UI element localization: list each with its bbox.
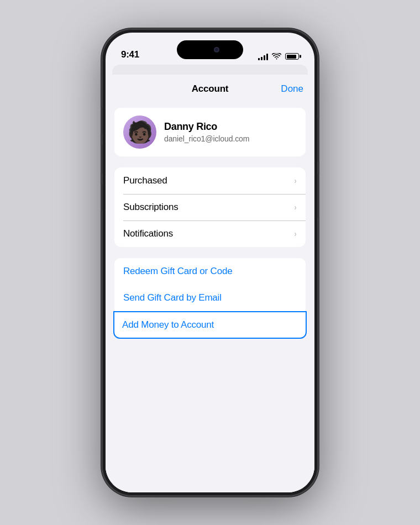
done-button[interactable]: Done xyxy=(281,83,303,95)
settings-item-subscriptions-label: Subscriptions xyxy=(123,202,178,213)
action-item-add-money-label: Add Money to Account xyxy=(122,319,214,330)
action-item-redeem[interactable]: Redeem Gift Card or Code xyxy=(114,258,306,285)
phone-screen: 9:41 xyxy=(106,33,314,492)
wifi-icon xyxy=(272,53,281,60)
dynamic-island xyxy=(177,40,243,59)
phone-frame: 9:41 xyxy=(102,29,318,496)
settings-item-purchased[interactable]: Purchased › xyxy=(114,167,306,194)
status-icons xyxy=(258,53,299,60)
chevron-icon: › xyxy=(294,176,297,185)
status-time: 9:41 xyxy=(121,49,139,60)
avatar: 🧑🏿 xyxy=(123,116,156,149)
chevron-icon: › xyxy=(294,203,297,212)
settings-item-subscriptions[interactable]: Subscriptions › xyxy=(114,194,306,221)
settings-item-notifications-label: Notifications xyxy=(123,228,173,239)
profile-name: Danny Rico xyxy=(164,121,249,133)
page-title: Account xyxy=(192,83,229,95)
modal-content: Account Done 🧑🏿 Danny Rico daniel_rico1@… xyxy=(106,75,314,492)
profile-card[interactable]: 🧑🏿 Danny Rico daniel_rico1@icloud.com xyxy=(114,108,306,156)
settings-item-purchased-label: Purchased xyxy=(123,175,167,186)
settings-group: Purchased › Subscriptions › Notification… xyxy=(114,167,306,247)
signal-icon xyxy=(258,53,268,60)
chevron-icon: › xyxy=(294,229,297,238)
action-item-redeem-label: Redeem Gift Card or Code xyxy=(123,266,232,277)
action-item-send-gift[interactable]: Send Gift Card by Email xyxy=(114,285,306,311)
settings-item-notifications[interactable]: Notifications › xyxy=(114,221,306,247)
action-item-send-gift-label: Send Gift Card by Email xyxy=(123,292,222,303)
profile-email: daniel_rico1@icloud.com xyxy=(164,134,249,143)
camera-dot xyxy=(214,47,219,53)
action-item-add-money[interactable]: Add Money to Account xyxy=(113,311,307,339)
action-group: Redeem Gift Card or Code Send Gift Card … xyxy=(114,258,306,339)
battery-icon xyxy=(285,53,299,60)
nav-bar: Account Done xyxy=(106,75,314,103)
screen-content: Account Done 🧑🏿 Danny Rico daniel_rico1@… xyxy=(106,65,314,492)
